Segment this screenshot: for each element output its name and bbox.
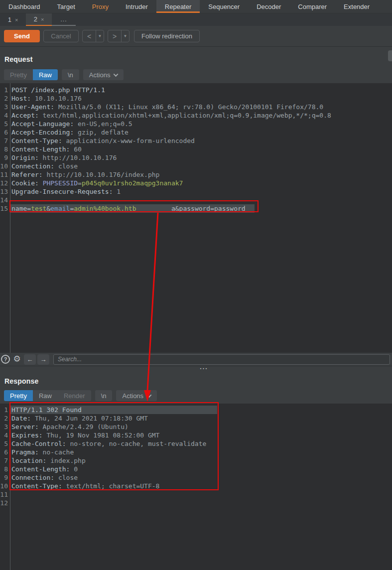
response-tab-raw[interactable]: Raw [33,390,58,401]
line-number: 10 [0,162,10,170]
editor-line: 3User-Agent: Mozilla/5.0 (X11; Linux x86… [0,103,392,111]
menu-item-extender[interactable]: Extender [335,0,378,13]
line-number: 1 [0,86,10,94]
response-editor[interactable]: 1HTTP/1.1 302 Found2Date: Thu, 24 Jun 20… [0,404,392,570]
request-tab-group: Actions [83,69,124,80]
line-content: User-Agent: Mozilla/5.0 (X11; Linux x86_… [10,103,323,111]
menu-item-dashboard[interactable]: Dashboard [0,0,49,13]
request-tab-group: PrettyRaw [4,69,58,80]
request-panel-header: Request PrettyRaw\nActions [0,47,392,83]
send-button[interactable]: Send [4,30,40,42]
line-number: 9 [0,153,10,162]
response-tab-group: Actions [116,390,157,401]
line-number: 3 [0,423,10,431]
history-back-button[interactable]: < ▼ [82,30,104,42]
menu-item-intruder[interactable]: Intruder [117,0,156,13]
editor-line: 14 [0,196,392,204]
editor-line: 5Cache-Control: no-store, no-cache, must… [0,439,392,448]
dropdown-caret-icon[interactable]: ▼ [122,30,129,42]
burp-repeater-window: DashboardTargetProxyIntruderRepeaterSequ… [0,0,392,570]
session-tab-2[interactable]: 2× [26,13,52,26]
line-content: Content-Type: text/html; charset=UTF-8 [10,482,159,490]
close-icon[interactable]: × [41,16,44,22]
session-tab-1[interactable]: 1× [0,13,26,26]
editor-line: 10Content-Type: text/html; charset=UTF-8 [0,482,392,490]
editor-line: 3Server: Apache/2.4.29 (Ubuntu) [0,423,392,431]
search-next-button[interactable]: → [37,354,49,365]
line-content: Origin: http://10.10.10.176 [10,153,117,162]
line-content: Accept-Encoding: gzip, deflate [10,128,129,137]
editor-line: 4Accept: text/html,application/xhtml+xml… [0,111,392,120]
line-number: 7 [0,137,10,145]
gear-icon[interactable]: ⚙ [11,354,22,364]
response-tab-actions[interactable]: Actions [116,390,157,401]
splitter-handle-icon[interactable]: ▪▪▪ [200,367,208,370]
line-number: 8 [0,145,10,153]
line-content: Server: Apache/2.4.29 (Ubuntu) [10,423,129,431]
response-title: Response [0,372,392,385]
gutter-divider [10,83,10,353]
line-number: 9 [0,473,10,482]
chevron-down-icon [114,72,119,77]
line-number: 2 [0,414,10,423]
editor-line: 11Referer: http://10.10.10.176/index.php [0,170,392,179]
response-tab-group: \n [95,390,113,401]
session-tab-more[interactable]: ... [52,13,76,26]
line-number: 10 [0,482,10,490]
menu-item-decoder[interactable]: Decoder [248,0,289,13]
request-tab-actions[interactable]: Actions [83,69,124,80]
line-content: Host: 10.10.10.176 [10,94,82,103]
close-icon[interactable]: × [15,17,18,23]
forward-history-icon: > [108,30,121,42]
request-editor[interactable]: 1POST /index.php HTTP/1.12Host: 10.10.10… [0,83,392,353]
request-tab-pretty[interactable]: Pretty [4,69,33,80]
line-number: 8 [0,465,10,473]
line-number: 5 [0,439,10,448]
line-number: 4 [0,111,10,120]
follow-redirection-button[interactable]: Follow redirection [134,30,200,42]
request-view-tabs: PrettyRaw\nActions [0,63,392,83]
line-content: Pragma: no-cache [10,448,74,456]
menu-item-target[interactable]: Target [49,0,84,13]
editor-line: 8Content-Length: 0 [0,465,392,473]
editor-line: 13Upgrade-Insecure-Requests: 1 [0,187,392,196]
response-tab-pretty[interactable]: Pretty [4,390,33,401]
menu-item-proxy[interactable]: Proxy [84,0,117,13]
line-number: 13 [0,187,10,196]
search-prev-button[interactable]: ← [24,354,36,365]
request-tab-n[interactable]: \n [62,69,79,80]
editor-line: 9Connection: close [0,473,392,482]
line-number: 2 [0,94,10,103]
editor-line: 7Content-Type: application/x-www-form-ur… [0,137,392,145]
session-tab-label: 2 [34,15,37,23]
line-number: 15 [0,204,10,213]
menu-item-sequencer[interactable]: Sequencer [200,0,248,13]
request-tab-raw[interactable]: Raw [33,69,58,80]
editor-line: 2Host: 10.10.10.176 [0,94,392,103]
search-input[interactable] [53,354,390,365]
line-content: Accept-Language: en-US,en;q=0.5 [10,120,132,128]
request-title: Request [0,47,392,63]
line-content: Cookie: PHPSESSID=p045q0uv1rsho2maqpg3na… [10,179,183,187]
line-number: 3 [0,103,10,111]
help-icon[interactable]: ? [1,355,10,364]
history-forward-button[interactable]: > ▼ [108,30,130,42]
menu-item-comparer[interactable]: Comparer [289,0,335,13]
editor-line: 11 [0,490,392,499]
pane-splitter[interactable]: ▪▪▪ [0,366,392,372]
menu-item-repeater[interactable]: Repeater [156,0,200,13]
line-number: 11 [0,170,10,179]
cancel-button[interactable]: Cancel [43,30,79,42]
main-menubar: DashboardTargetProxyIntruderRepeaterSequ… [0,0,392,13]
editor-line: 7location: index.php [0,456,392,465]
line-content: Connection: close [10,162,78,170]
response-tab-n[interactable]: \n [95,390,113,401]
response-tab-group: PrettyRawRender [4,390,91,401]
line-content: Content-Type: application/x-www-form-url… [10,137,195,145]
panel-collapse-handle[interactable] [388,50,392,61]
line-content: Content-Length: 0 [10,465,78,473]
editor-line: 2Date: Thu, 24 Jun 2021 07:18:30 GMT [0,414,392,423]
dropdown-caret-icon[interactable]: ▼ [96,30,104,42]
response-tab-render[interactable]: Render [58,390,91,401]
line-number: 6 [0,128,10,137]
